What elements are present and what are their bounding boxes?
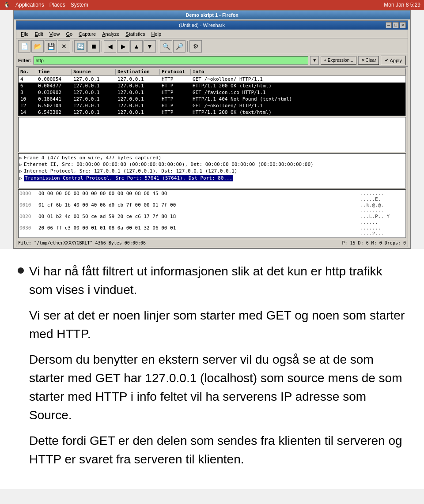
col-info: Info [191, 69, 405, 75]
packet-list-space [18, 117, 406, 152]
filter-input[interactable] [34, 56, 309, 65]
paragraph-4-container: Dette fordi GET er den delen som sendes … [18, 432, 406, 469]
wireshark-statusbar: File: "/tmp/etherXXXXYGBRLT" 4366 Bytes … [16, 239, 408, 247]
hex-row-1: 0010 01 cf 6b 1b 40 00 40 06 d0 cb 7f 00… [19, 202, 405, 214]
cell-time-0: 0.000054 [36, 76, 72, 82]
wireshark-toolbar: 📄 📂 💾 ✕ 🔄 ⏹ ◀ ▶ ▲ ▼ 🔍 🔎 ⚙ [16, 38, 408, 54]
cell-no-0: 4 [19, 76, 36, 82]
hex-dump: 0000 00 00 00 00 00 00 00 00 00 00 00 08… [18, 189, 406, 238]
toolbar-up[interactable]: ▲ [130, 40, 143, 53]
paragraph-2-container: Vi ser at det er noen linjer som starter… [18, 306, 406, 343]
packet-row-2[interactable]: 8 0.030902 127.0.0.1 127.0.0.1 HTTP GET … [19, 89, 405, 96]
cell-info-5: HTTP/1.1 200 OK (text/html) [191, 109, 405, 115]
cell-time-3: 0.186441 [36, 96, 72, 102]
menu-capture[interactable]: Capture [76, 30, 98, 38]
col-source: Source [72, 69, 116, 75]
minimize-button[interactable]: ─ [386, 22, 392, 28]
hex-ascii-2: ...L.P.. Y ...... [360, 214, 405, 225]
packet-row-1[interactable]: 6 0.004377 127.0.0.1 127.0.0.1 HTTP HTTP… [19, 83, 405, 89]
packet-rows-container: 4 0.000054 127.0.0.1 127.0.0.1 HTTP GET … [19, 76, 405, 116]
cell-info-1: HTTP/1.1 200 OK (text/html) [191, 83, 405, 89]
places-menu[interactable]: Places [49, 2, 65, 8]
packet-row-4[interactable]: 12 6.502104 127.0.0.1 127.0.0.1 HTTP GET… [19, 102, 405, 109]
packet-row-5[interactable]: 14 6.543302 127.0.0.1 127.0.0.1 HTTP HTT… [19, 109, 405, 116]
cell-dst-3: 127.0.0.1 [116, 96, 160, 102]
cell-dst-4: 127.0.0.1 [116, 103, 160, 109]
menu-analyze[interactable]: Analyze [99, 30, 122, 38]
toolbar-save[interactable]: 💾 [45, 40, 57, 53]
paragraph-3-container: Dersom du benytter en ekstern server vil… [18, 350, 406, 425]
cell-proto-0: HTTP [160, 76, 191, 82]
toolbar-down[interactable]: ▼ [144, 40, 156, 53]
toolbar-sep4 [187, 41, 188, 52]
cell-src-3: 127.0.0.1 [72, 96, 116, 102]
toolbar-settings[interactable]: ⚙ [189, 40, 202, 53]
apply-button[interactable]: ✔ Apply [381, 56, 406, 65]
clear-button[interactable]: ✕ Clear [358, 56, 379, 65]
hex-bytes-0: 00 00 00 00 00 00 00 00 00 00 00 08 00 4… [38, 191, 357, 202]
packet-row-0[interactable]: 4 0.000054 127.0.0.1 127.0.0.1 HTTP GET … [19, 76, 405, 83]
apply-icon: ✔ [385, 57, 389, 63]
filter-label: Filter: [18, 58, 32, 63]
toolbar-back[interactable]: ◀ [104, 40, 116, 53]
applications-menu[interactable]: Applications [15, 2, 44, 8]
toolbar-open[interactable]: 📂 [31, 40, 44, 53]
packet-list: No. Time Source Destination Protocol Inf… [18, 68, 406, 116]
toolbar-stop[interactable]: ⏹ [87, 40, 100, 53]
menu-edit[interactable]: Edit [32, 30, 46, 38]
detail-arrow-2: ▷ [19, 169, 22, 173]
firefox-title: Demo skript 1 - Firefox [186, 12, 238, 18]
packet-row-3[interactable]: 10 0.186441 127.0.0.1 127.0.0.1 HTTP HTT… [19, 96, 405, 102]
wireshark-title: (Untitled) - Wireshark [18, 23, 386, 28]
cell-time-5: 6.543302 [36, 109, 72, 115]
win-controls: ─ □ ✕ [386, 22, 406, 28]
toolbar-sep2 [102, 41, 102, 52]
col-time: Time [36, 69, 72, 75]
cell-dst-5: 127.0.0.1 [116, 109, 160, 115]
cell-dst-2: 127.0.0.1 [116, 90, 160, 95]
cell-dst-0: 127.0.0.1 [116, 76, 160, 82]
menu-file[interactable]: File [18, 30, 31, 38]
firefox-window: Demo skript 1 - Firefox (Untitled) - Wir… [13, 10, 411, 249]
wireshark-menubar: File Edit View Go Capture Analyze Statis… [16, 30, 408, 38]
menu-go[interactable]: Go [63, 30, 75, 38]
menu-help[interactable]: Help [148, 30, 164, 38]
menu-view[interactable]: View [47, 30, 63, 38]
paragraph-4: Dette fordi GET er den delen som sendes … [29, 432, 406, 469]
expression-button[interactable]: + Expression... [321, 56, 356, 65]
toolbar-fwd[interactable]: ▶ [117, 40, 129, 53]
toolbar-zoom-in[interactable]: 🔍 [160, 40, 172, 53]
status-left: File: "/tmp/etherXXXXYGBRLT" 4366 Bytes … [18, 241, 146, 245]
cell-proto-1: HTTP [160, 83, 191, 89]
maximize-button[interactable]: □ [393, 22, 399, 28]
toolbar-reload[interactable]: 🔄 [74, 40, 87, 53]
cell-time-2: 0.030902 [36, 90, 72, 95]
system-menu[interactable]: System [71, 2, 88, 8]
detail-row-2: ▷ Internet Protocol, Src: 127.0.0.1 (127… [19, 168, 405, 174]
paragraph-2: Vi ser at det er noen linjer som starter… [29, 306, 406, 343]
detail-arrow-1: ▷ [19, 162, 22, 167]
col-dest: Destination [116, 69, 160, 75]
toolbar-new[interactable]: 📄 [18, 40, 30, 53]
detail-text-2: Internet Protocol, Src: 127.0.0.1 (127.0… [24, 168, 237, 174]
cell-src-2: 127.0.0.1 [72, 90, 116, 95]
toolbar-zoom-out[interactable]: 🔎 [173, 40, 186, 53]
packet-detail: ▷ Frame 4 (477 bytes on wire, 477 bytes … [18, 153, 406, 188]
firefox-titlebar: Demo skript 1 - Firefox [14, 11, 410, 19]
hex-ascii-3: ....... ....2... [360, 225, 405, 237]
paragraph-1: Vi har nå fått filtrert ut informasjonen… [29, 262, 406, 299]
close-button[interactable]: ✕ [400, 22, 406, 28]
status-right: P: 15 D: 6 M: 0 Drops: 0 [342, 241, 406, 245]
ubuntu-icon: 🐧 [4, 2, 10, 8]
cell-src-5: 127.0.0.1 [72, 109, 116, 115]
cell-src-4: 127.0.0.1 [72, 103, 116, 109]
filter-dropdown[interactable]: ▼ [310, 56, 319, 65]
body-text: Vi har nå fått filtrert ut informasjonen… [0, 249, 424, 489]
cell-info-3: HTTP/1.1 404 Not Found (text/html) [191, 96, 405, 102]
toolbar-close[interactable]: ✕ [58, 40, 70, 53]
hex-bytes-2: 00 01 b2 4c 00 50 ce ad 59 20 ce c6 17 7… [38, 214, 357, 225]
hex-row-0: 0000 00 00 00 00 00 00 00 00 00 00 00 08… [19, 191, 405, 202]
cell-no-2: 8 [19, 90, 36, 95]
menu-statistics[interactable]: Statistics [123, 30, 148, 38]
detail-row-1: ▷ Ethernet II, Src: 00:00:00_00:00:00 (0… [19, 161, 405, 168]
